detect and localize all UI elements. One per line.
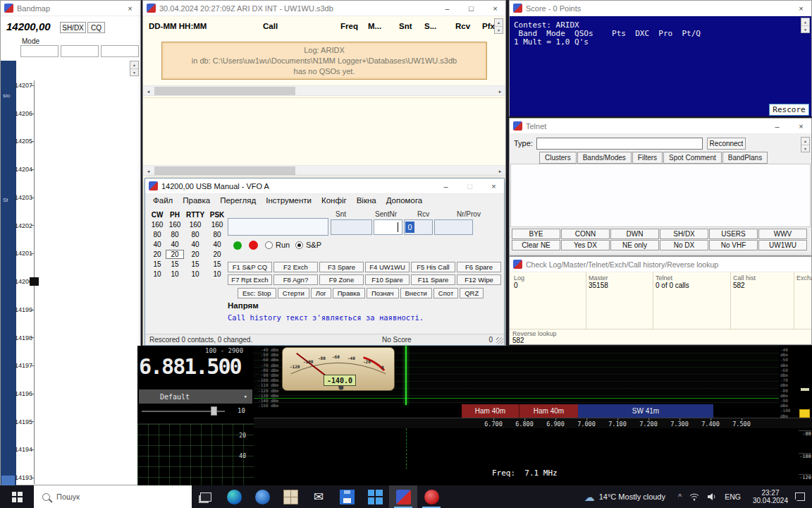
f4-button[interactable]: F4 UW1WU [365,262,410,272]
bandmap-spinner[interactable]: ▲ ▼ [130,61,139,76]
volume-slider-handle[interactable] [211,406,217,416]
band-cell[interactable]: 10 [148,270,166,278]
minimize-icon[interactable]: – [436,179,456,193]
mode-box[interactable] [101,45,139,57]
band-cell[interactable]: 160 [207,221,227,229]
clear-ne-button[interactable]: Clear NE [512,240,560,250]
yes-dx-button[interactable]: Yes DX [561,240,610,250]
band-cell[interactable]: 80 [183,231,207,238]
reconnect-button[interactable]: Reconnect [707,138,746,150]
close-icon[interactable]: × [485,1,505,16]
sp-radio-label[interactable]: S&P [306,241,321,249]
weather-widget[interactable]: ☁ 14°C Mostly cloudy [578,485,672,508]
wipe-button[interactable]: Стерти [278,288,309,298]
band-cell[interactable]: 15 [207,260,227,268]
taskbar-app-sdr[interactable] [417,485,445,508]
telnet-titlebar[interactable]: Telnet – × [510,119,811,134]
log-titlebar[interactable]: 30.04.2024 20:27:09Z ARI DX INT - UW1WU.… [143,1,505,16]
spinner-down-icon[interactable]: ▼ [130,68,138,75]
tab-bands-modes[interactable]: Bands/Modes [577,152,632,164]
spot-button[interactable]: Спот [433,288,458,298]
log-h-scrollbar-2[interactable]: ◂ ▸ [143,165,505,176]
level-slider-thumb[interactable] [799,409,810,418]
scroll-right-icon[interactable]: ▸ [495,166,505,176]
language-indicator[interactable]: ENG [725,492,741,501]
spinner-down-icon[interactable]: ▼ [801,25,809,32]
spinner-up-icon[interactable]: ▲ [495,19,503,26]
tab-filters[interactable]: Filters [632,152,663,164]
taskbar-app-calculator[interactable] [276,485,304,508]
menu-tools[interactable]: Інструменти [261,195,316,207]
f12-button[interactable]: F12 Wipe [457,274,501,285]
f11-button[interactable]: F11 Spare [411,274,455,285]
f2-button[interactable]: F2 Exch [273,262,318,272]
taskbar-app-edge[interactable] [220,485,248,508]
shdx-button[interactable]: SH/DX [60,22,86,33]
band-cell[interactable]: 160 [183,221,207,229]
task-view-button[interactable] [192,485,220,508]
tab-clusters[interactable]: Clusters [539,152,577,164]
menu-help[interactable]: Допомога [381,195,428,207]
taskbar-clock[interactable]: 23:27 30.04.2024 [747,489,794,505]
uw1wu-button[interactable]: UW1WU [758,240,807,250]
band-block-sw41m[interactable]: SW 41m [578,404,713,418]
network-icon[interactable] [689,492,699,501]
scroll-left-icon[interactable]: ◂ [143,86,154,97]
minimize-icon[interactable]: – [767,119,787,133]
band-cell[interactable]: 10 [207,270,227,278]
sentnr-field[interactable] [374,219,402,235]
frequency-scale[interactable]: 6.700 6.800 6.900 7.000 7.100 7.200 7.30… [254,418,812,428]
log-h-scrollbar[interactable]: ◂ ▸ [143,85,505,96]
spinner-up-icon[interactable]: ▲ [801,138,809,145]
spinner-up-icon[interactable]: ▲ [801,18,809,25]
f6-button[interactable]: F6 Spare [457,262,501,272]
rcv-field[interactable]: 0 [404,219,433,235]
mode-box[interactable] [61,45,99,57]
tray-chevron-icon[interactable]: ^ [678,492,682,501]
taskbar-app-browser[interactable] [248,485,276,508]
band-cell[interactable]: 80 [166,231,183,238]
scroll-left-icon[interactable]: ◂ [143,166,154,176]
taskbar-app-mail[interactable]: ✉ [304,485,333,508]
telnet-type-input[interactable] [536,138,703,150]
tab-spot-comment[interactable]: Spot Comment [663,152,722,164]
wwv-button[interactable]: WWV [758,229,807,239]
run-radio-label[interactable]: Run [276,241,290,249]
conn-button[interactable]: CONN [561,229,610,239]
f5-button[interactable]: F5 His Call [411,262,455,272]
spinner-down-icon[interactable]: ▼ [801,145,809,152]
f8-button[interactable]: F8 Agn? [273,274,318,285]
band-cell[interactable]: 40 [166,241,183,248]
spinner-down-icon[interactable]: ▼ [495,26,503,33]
band-cell[interactable]: 160 [166,221,183,229]
band-cell[interactable]: 10 [183,270,207,278]
notification-center-icon[interactable] [795,492,805,501]
sp-radio[interactable] [295,241,303,249]
cq-button[interactable]: CQ [87,22,105,33]
band-cell[interactable]: 15 [148,260,166,268]
score-titlebar[interactable]: Score - 0 Points × [510,1,811,16]
tuning-marker[interactable] [405,346,407,405]
callsign-input[interactable] [228,218,328,236]
mark-button[interactable]: Познач [367,288,399,298]
bye-button[interactable]: BYE [512,229,560,239]
store-button[interactable]: Внести [400,288,432,298]
band-cell[interactable]: 40 [207,241,227,248]
preset-dropdown[interactable]: Default ▾ [139,389,252,404]
tab-bandplans[interactable]: BandPlans [722,152,768,164]
h-scrollbar-thumb[interactable] [154,87,295,95]
band-cell[interactable]: 20 [207,250,227,258]
bandmap-titlebar[interactable]: Bandmap × [1,1,140,16]
users-button[interactable]: USERS [709,229,758,239]
close-icon[interactable]: × [484,179,504,193]
f1-button[interactable]: F1 S&P CQ [228,262,272,272]
run-radio[interactable] [265,241,273,249]
menu-edit[interactable]: Правка [178,195,215,207]
ne-only-button[interactable]: NE only [610,240,659,250]
rescore-button[interactable]: Rescore [769,104,809,116]
f10-button[interactable]: F10 Spare [365,274,410,285]
telnet-spinner[interactable]: ▲ ▼ [801,137,810,152]
band-block-ham40m[interactable]: Ham 40m [462,404,519,418]
mode-box[interactable] [20,45,59,57]
band-cell[interactable]: 20 [183,250,207,258]
